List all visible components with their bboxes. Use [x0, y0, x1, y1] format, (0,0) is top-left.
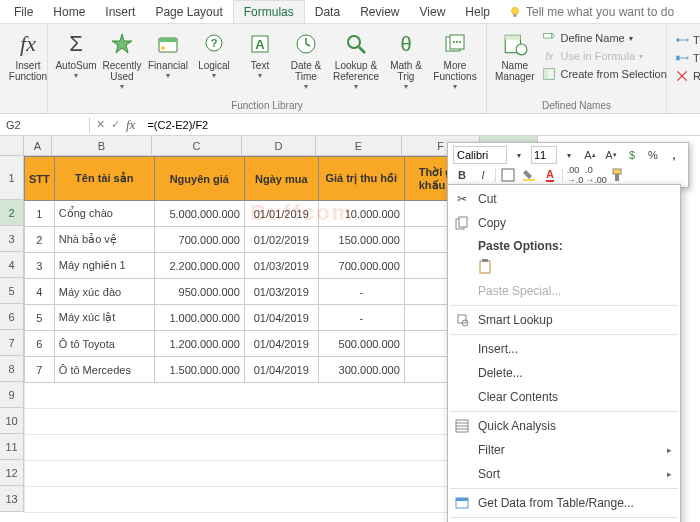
row-5[interactable]: 5: [0, 278, 24, 304]
row-7[interactable]: 7: [0, 330, 24, 356]
define-name-button[interactable]: Define Name ▾: [540, 30, 668, 46]
format-painter-icon[interactable]: [608, 166, 626, 184]
row-11[interactable]: 11: [0, 434, 24, 460]
row-3[interactable]: 3: [0, 226, 24, 252]
font-selector[interactable]: [453, 146, 507, 164]
ribbon-tabs: File Home Insert Page Layout Formulas Da…: [0, 0, 700, 24]
tab-file[interactable]: File: [4, 1, 43, 23]
smart-lookup-item[interactable]: Smart Lookup: [448, 308, 680, 332]
size-drop-icon[interactable]: ▾: [560, 146, 578, 164]
italic-icon[interactable]: I: [474, 166, 492, 184]
table-icon: [454, 495, 470, 511]
font-size-selector[interactable]: [531, 146, 557, 164]
tab-view[interactable]: View: [410, 1, 456, 23]
formula-input[interactable]: [141, 117, 700, 133]
hdr-giatri[interactable]: Giá trị thu hồi: [318, 157, 404, 201]
row-13[interactable]: 13: [0, 486, 24, 512]
tab-data[interactable]: Data: [305, 1, 350, 23]
row-6[interactable]: 6: [0, 304, 24, 330]
delete-item[interactable]: Delete...: [448, 361, 680, 385]
filter-item[interactable]: Filter▸: [448, 438, 680, 462]
tab-home[interactable]: Home: [43, 1, 95, 23]
recently-used-button[interactable]: Recently Used▾: [100, 28, 144, 93]
col-c[interactable]: C: [152, 136, 242, 156]
select-all-corner[interactable]: [0, 136, 24, 156]
math-button[interactable]: θ Math & Trig▾: [384, 28, 428, 93]
increase-font-icon[interactable]: A▴: [581, 146, 599, 164]
clear-contents-item[interactable]: Clear Contents: [448, 385, 680, 409]
use-in-formula-button[interactable]: fxUse in Formula ▾: [540, 48, 668, 64]
font-drop-icon[interactable]: ▾: [510, 146, 528, 164]
tab-insert[interactable]: Insert: [95, 1, 145, 23]
paste-special-item[interactable]: Paste Special...: [448, 279, 680, 303]
insert-item[interactable]: Insert...: [448, 337, 680, 361]
row-9[interactable]: 9: [0, 382, 24, 408]
get-data-item[interactable]: Get Data from Table/Range...: [448, 491, 680, 515]
lookup-button[interactable]: Lookup & Reference▾: [330, 28, 382, 93]
trace-precedents-button[interactable]: Trace Precec: [673, 32, 700, 48]
text-button[interactable]: A Text▾: [238, 28, 282, 82]
increase-decimal-icon[interactable]: .0→.00: [587, 166, 605, 184]
paste-button[interactable]: [448, 255, 680, 279]
remove-arrows-button[interactable]: Remove Arr: [673, 68, 700, 84]
decrease-decimal-icon[interactable]: .00→.0: [566, 166, 584, 184]
name-box[interactable]: G2: [0, 117, 90, 133]
fx-button-icon[interactable]: fx: [126, 117, 135, 133]
hdr-ngay[interactable]: Ngày mua: [244, 157, 318, 201]
insert-function-label: Insert Function: [9, 60, 47, 82]
cut-item[interactable]: ✂Cut: [448, 187, 680, 211]
row-12[interactable]: 12: [0, 460, 24, 486]
comma-icon[interactable]: ,: [665, 146, 683, 164]
create-selection-button[interactable]: Create from Selection: [540, 66, 668, 82]
svg-rect-1: [513, 14, 517, 16]
row-8[interactable]: 8: [0, 356, 24, 382]
tab-formulas[interactable]: Formulas: [233, 0, 305, 23]
svg-rect-26: [544, 69, 548, 80]
col-e[interactable]: E: [316, 136, 402, 156]
col-d[interactable]: D: [242, 136, 316, 156]
fill-color-icon[interactable]: [520, 166, 538, 184]
tab-help[interactable]: Help: [455, 1, 500, 23]
more-label: More Functions: [433, 60, 476, 82]
mini-toolbar: ▾ ▾ A▴ A▾ $ % , B I A .00→.0 .0→.00: [447, 142, 689, 188]
tell-me[interactable]: Tell me what you want to do: [508, 5, 674, 19]
bold-icon[interactable]: B: [453, 166, 471, 184]
lookup-label: Lookup & Reference: [333, 60, 379, 82]
copy-item[interactable]: Copy: [448, 211, 680, 235]
svg-text:?: ?: [211, 37, 218, 49]
col-b[interactable]: B: [52, 136, 152, 156]
logical-icon: ?: [200, 30, 228, 58]
decrease-font-icon[interactable]: A▾: [602, 146, 620, 164]
col-a[interactable]: A: [24, 136, 52, 156]
hdr-nguyen[interactable]: Nguyên giá: [154, 157, 244, 201]
theta-icon: θ: [392, 30, 420, 58]
tab-review[interactable]: Review: [350, 1, 409, 23]
sort-item[interactable]: Sort▸: [448, 462, 680, 486]
enter-icon[interactable]: ✓: [111, 118, 120, 131]
row-1[interactable]: 1: [0, 156, 24, 200]
row-10[interactable]: 10: [0, 408, 24, 434]
hdr-ten[interactable]: Tên tài sản: [54, 157, 154, 201]
tab-page-layout[interactable]: Page Layout: [145, 1, 232, 23]
insert-function-button[interactable]: fx Insert Function: [6, 28, 50, 84]
logical-button[interactable]: ? Logical▾: [192, 28, 236, 82]
row-2[interactable]: 2: [0, 200, 24, 226]
context-menu: ✂Cut Copy Paste Options: Paste Special..…: [447, 184, 681, 522]
svg-point-0: [511, 7, 518, 14]
name-manager-button[interactable]: Name Manager: [493, 28, 536, 84]
trace-dependents-button[interactable]: Trace Depen: [673, 50, 700, 66]
row-4[interactable]: 4: [0, 252, 24, 278]
svg-rect-36: [523, 179, 535, 181]
hdr-stt[interactable]: STT: [25, 157, 55, 201]
financial-button[interactable]: Financial▾: [146, 28, 190, 82]
border-icon[interactable]: [499, 166, 517, 184]
autosum-button[interactable]: Σ AutoSum▾: [54, 28, 98, 82]
percent-icon[interactable]: %: [644, 146, 662, 164]
date-time-button[interactable]: Date & Time▾: [284, 28, 328, 93]
currency-icon[interactable]: $: [623, 146, 641, 164]
quick-analysis-item[interactable]: Quick Analysis: [448, 414, 680, 438]
financial-label: Financial: [148, 60, 188, 71]
more-functions-button[interactable]: More Functions▾: [430, 28, 480, 93]
cancel-icon[interactable]: ✕: [96, 118, 105, 131]
font-color-icon[interactable]: A: [541, 166, 559, 184]
